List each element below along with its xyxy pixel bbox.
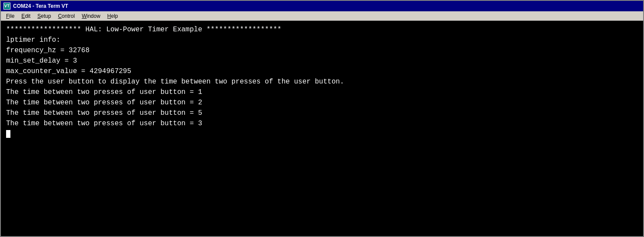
terminal-line: The time between two presses of user but…	[6, 87, 638, 97]
menu-control[interactable]: Control	[54, 12, 78, 20]
terminal-line: The time between two presses of user but…	[6, 108, 638, 118]
terminal-line: min_set_delay = 3	[6, 56, 638, 66]
menu-bar: File Edit Setup Control Window Help	[1, 11, 643, 21]
text-cursor	[6, 130, 10, 138]
menu-file[interactable]: File	[3, 12, 18, 20]
terminal-window: VT COM24 - Tera Term VT File Edit Setup …	[0, 0, 644, 237]
cursor-line	[6, 129, 638, 139]
terminal-output[interactable]: ****************** HAL: Low-Power Timer …	[1, 21, 643, 236]
terminal-line: frequency_hz = 32768	[6, 45, 638, 56]
menu-window[interactable]: Window	[78, 12, 104, 20]
terminal-line: lptimer info:	[6, 35, 638, 45]
terminal-line: The time between two presses of user but…	[6, 97, 638, 108]
window-title: COM24 - Tera Term VT	[13, 3, 641, 9]
menu-edit[interactable]: Edit	[18, 12, 34, 20]
terminal-line: ****************** HAL: Low-Power Timer …	[6, 24, 638, 35]
menu-help[interactable]: Help	[104, 12, 122, 20]
title-bar: VT COM24 - Tera Term VT	[1, 1, 643, 11]
terminal-line: max_counter_value = 4294967295	[6, 66, 638, 77]
terminal-line: Press the user button to display the tim…	[6, 77, 638, 87]
terminal-line: The time between two presses of user but…	[6, 118, 638, 129]
window-icon: VT	[3, 3, 10, 10]
menu-setup[interactable]: Setup	[34, 12, 54, 20]
